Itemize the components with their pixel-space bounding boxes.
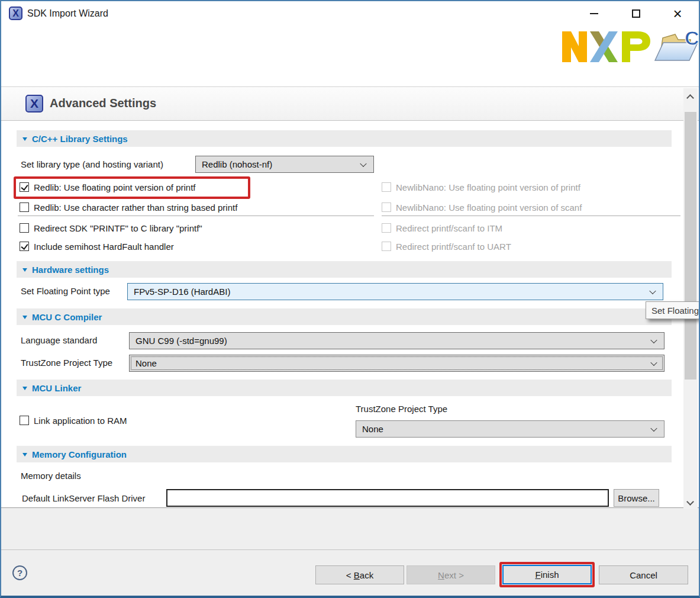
checkbox-box [382, 242, 391, 251]
close-button[interactable]: × [667, 5, 688, 22]
trustzone-type-value: None [136, 358, 157, 368]
checkbox-label: Redirect printf/scanf to UART [396, 242, 511, 252]
checkbox-redlib-float-printf[interactable]: Redlib: Use floating point version of pr… [20, 181, 195, 193]
section-mcu-c-compiler[interactable]: MCU C Compiler [17, 308, 672, 325]
cancel-label: Cancel [630, 570, 657, 580]
content-footer-gap [0, 507, 700, 549]
scroll-up-icon[interactable] [686, 94, 694, 102]
window-title: SDK Import Wizard [27, 8, 108, 19]
flash-driver-label: Default LinkServer Flash Driver [22, 493, 145, 503]
checkbox-box[interactable] [20, 202, 29, 212]
floating-point-label: Set Floating Point type [21, 286, 110, 296]
checkbox-box [382, 182, 391, 192]
linker-trustzone-value: None [362, 424, 383, 434]
checkbox-box[interactable] [20, 182, 29, 192]
checkbox-box [382, 223, 391, 233]
section-compiler-title: MCU C Compiler [32, 312, 102, 322]
browse-button-label: Browse... [618, 493, 655, 503]
floating-point-dropdown[interactable]: FPv5-SP-D16 (HardABI) [127, 283, 663, 300]
chevron-down-icon [650, 425, 657, 431]
next-button: Next > [407, 565, 495, 584]
divider [18, 216, 374, 216]
help-button[interactable]: ? [12, 565, 27, 580]
section-linker-title: MCU Linker [32, 383, 81, 393]
section-memory-configuration[interactable]: Memory Configuration [17, 446, 672, 462]
checkbox-box[interactable] [20, 242, 29, 251]
checkbox-redlib-char-printf[interactable]: Redlib: Use character rather than string… [20, 201, 237, 213]
library-type-label: Set library type (and hosting variant) [21, 159, 163, 169]
svg-text:C: C [685, 27, 699, 49]
minimize-button[interactable] [583, 5, 605, 22]
checkbox-newlibnano-scanf: NewlibNano: Use floating point version o… [382, 201, 582, 213]
back-label: < Back [346, 570, 373, 580]
checkbox-label: NewlibNano: Use floating point version o… [396, 182, 580, 192]
scroll-down-icon[interactable] [686, 498, 694, 506]
chevron-down-icon [650, 336, 657, 343]
nxp-letter-p [622, 31, 650, 62]
mcuxpresso-app-icon: X [9, 7, 22, 20]
nxp-letter-n [562, 31, 587, 62]
section-mcu-linker[interactable]: MCU Linker [17, 380, 672, 396]
finish-label: Finish [535, 570, 559, 580]
checkbox-box[interactable] [20, 223, 29, 233]
checkbox-label: Link application to RAM [34, 416, 127, 426]
tooltip-text: Set Floating [651, 306, 699, 316]
finish-button[interactable]: Finish [502, 565, 592, 584]
linker-trustzone-label: TrustZone Project Type [356, 404, 447, 414]
nxp-logo: C [561, 24, 700, 70]
header-icon-letter: X [30, 97, 38, 111]
scrollbar-thumb[interactable] [685, 112, 696, 380]
page-title: Advanced Settings [50, 97, 156, 110]
sdk-import-wizard-window: X SDK Import Wizard × [0, 0, 700, 598]
flash-driver-input[interactable] [166, 489, 609, 507]
section-library-title: C/C++ Library Settings [32, 134, 128, 144]
close-icon: × [673, 6, 682, 21]
checkbox-label: NewlibNano: Use floating point version o… [396, 202, 582, 213]
trustzone-type-dropdown[interactable]: None [129, 355, 664, 372]
section-library-settings[interactable]: C/C++ Library Settings [17, 130, 672, 147]
checkbox-link-app-to-ram[interactable]: Link application to RAM [20, 414, 127, 426]
app-icon-letter: X [12, 8, 19, 19]
mcuxpresso-header-icon: X [25, 95, 43, 112]
minimize-icon [590, 13, 598, 14]
linker-trustzone-dropdown[interactable]: None [356, 420, 664, 438]
language-standard-dropdown[interactable]: GNU C99 (-std=gnu99) [129, 332, 664, 349]
nxp-letter-x [590, 31, 618, 62]
back-button[interactable]: < Back [315, 565, 404, 584]
library-type-value: Redlib (nohost-nf) [202, 159, 272, 169]
tooltip: Set Floating [646, 301, 700, 319]
checkbox-redirect-sdk-printf[interactable]: Redirect SDK "PRINTF" to C library "prin… [20, 222, 202, 234]
checkbox-label: Include semihost HardFault handler [34, 242, 174, 252]
checkbox-semihost-hardfault[interactable]: Include semihost HardFault handler [20, 240, 174, 252]
divider [382, 216, 680, 216]
checkbox-box[interactable] [20, 416, 29, 425]
trustzone-type-label: TrustZone Project Type [21, 358, 112, 368]
chevron-down-icon [649, 287, 656, 294]
checkbox-redirect-itm: Redirect printf/scanf to ITM [382, 222, 502, 234]
section-memory-title: Memory Configuration [32, 449, 127, 459]
scrollbar[interactable] [683, 88, 698, 509]
help-icon: ? [17, 568, 22, 578]
floating-point-value: FPv5-SP-D16 (HardABI) [134, 287, 230, 297]
folder-c-icon: C [655, 27, 699, 60]
chevron-down-icon [360, 160, 366, 166]
maximize-button[interactable] [625, 5, 647, 22]
library-type-dropdown[interactable]: Redlib (nohost-nf) [195, 156, 374, 173]
cancel-button[interactable]: Cancel [599, 565, 688, 584]
checkbox-label: Redirect SDK "PRINTF" to C library "prin… [34, 223, 202, 233]
checkbox-redirect-uart: Redirect printf/scanf to UART [382, 240, 511, 252]
maximize-icon [632, 9, 640, 18]
checkbox-newlibnano-printf: NewlibNano: Use floating point version o… [382, 181, 580, 193]
section-hardware-settings[interactable]: Hardware settings [17, 261, 672, 278]
checkbox-label: Redirect printf/scanf to ITM [396, 223, 502, 233]
checkbox-box [382, 202, 391, 212]
language-standard-value: GNU C99 (-std=gnu99) [136, 336, 227, 346]
next-label: Next > [438, 570, 464, 580]
checkbox-label: Redlib: Use floating point version of pr… [34, 182, 195, 192]
checkbox-label: Redlib: Use character rather than string… [34, 202, 237, 213]
chevron-down-icon [650, 359, 657, 365]
language-standard-label: Language standard [21, 335, 97, 345]
memory-details-label: Memory details [21, 471, 81, 481]
browse-button[interactable]: Browse... [614, 489, 659, 507]
section-hardware-title: Hardware settings [32, 265, 109, 275]
